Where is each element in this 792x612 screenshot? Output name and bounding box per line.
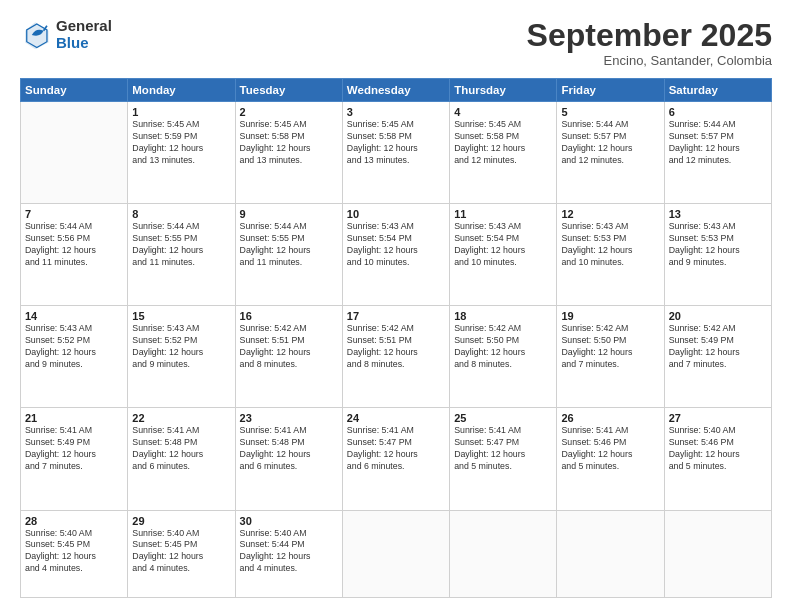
day-number: 9: [240, 208, 338, 220]
table-row: 17Sunrise: 5:42 AMSunset: 5:51 PMDayligh…: [342, 306, 449, 408]
day-number: 25: [454, 412, 552, 424]
col-saturday: Saturday: [664, 79, 771, 102]
day-content: Sunrise: 5:40 AMSunset: 5:45 PMDaylight:…: [132, 528, 230, 576]
day-number: 29: [132, 515, 230, 527]
table-row: 15Sunrise: 5:43 AMSunset: 5:52 PMDayligh…: [128, 306, 235, 408]
day-number: 3: [347, 106, 445, 118]
header: General Blue September 2025 Encino, Sant…: [20, 18, 772, 68]
month-title: September 2025: [527, 18, 772, 53]
calendar-week-row-5: 28Sunrise: 5:40 AMSunset: 5:45 PMDayligh…: [21, 510, 772, 597]
day-content: Sunrise: 5:43 AMSunset: 5:54 PMDaylight:…: [454, 221, 552, 269]
table-row: 3Sunrise: 5:45 AMSunset: 5:58 PMDaylight…: [342, 102, 449, 204]
calendar-week-row-2: 7Sunrise: 5:44 AMSunset: 5:56 PMDaylight…: [21, 204, 772, 306]
table-row: [342, 510, 449, 597]
col-friday: Friday: [557, 79, 664, 102]
table-row: 18Sunrise: 5:42 AMSunset: 5:50 PMDayligh…: [450, 306, 557, 408]
day-content: Sunrise: 5:41 AMSunset: 5:48 PMDaylight:…: [240, 425, 338, 473]
day-number: 6: [669, 106, 767, 118]
day-number: 20: [669, 310, 767, 322]
table-row: 11Sunrise: 5:43 AMSunset: 5:54 PMDayligh…: [450, 204, 557, 306]
day-content: Sunrise: 5:40 AMSunset: 5:45 PMDaylight:…: [25, 528, 123, 576]
table-row: 29Sunrise: 5:40 AMSunset: 5:45 PMDayligh…: [128, 510, 235, 597]
day-number: 10: [347, 208, 445, 220]
title-block: September 2025 Encino, Santander, Colomb…: [527, 18, 772, 68]
day-number: 18: [454, 310, 552, 322]
svg-marker-0: [25, 22, 49, 49]
table-row: 8Sunrise: 5:44 AMSunset: 5:55 PMDaylight…: [128, 204, 235, 306]
col-sunday: Sunday: [21, 79, 128, 102]
day-content: Sunrise: 5:41 AMSunset: 5:48 PMDaylight:…: [132, 425, 230, 473]
table-row: [557, 510, 664, 597]
table-row: 7Sunrise: 5:44 AMSunset: 5:56 PMDaylight…: [21, 204, 128, 306]
day-content: Sunrise: 5:44 AMSunset: 5:57 PMDaylight:…: [561, 119, 659, 167]
day-number: 8: [132, 208, 230, 220]
day-number: 21: [25, 412, 123, 424]
day-number: 22: [132, 412, 230, 424]
day-number: 5: [561, 106, 659, 118]
day-content: Sunrise: 5:43 AMSunset: 5:53 PMDaylight:…: [561, 221, 659, 269]
day-content: Sunrise: 5:44 AMSunset: 5:57 PMDaylight:…: [669, 119, 767, 167]
day-number: 26: [561, 412, 659, 424]
day-number: 16: [240, 310, 338, 322]
day-number: 17: [347, 310, 445, 322]
logo-icon: [20, 19, 52, 51]
table-row: 13Sunrise: 5:43 AMSunset: 5:53 PMDayligh…: [664, 204, 771, 306]
day-number: 13: [669, 208, 767, 220]
table-row: 23Sunrise: 5:41 AMSunset: 5:48 PMDayligh…: [235, 408, 342, 510]
day-number: 19: [561, 310, 659, 322]
location-subtitle: Encino, Santander, Colombia: [527, 53, 772, 68]
day-number: 12: [561, 208, 659, 220]
day-number: 28: [25, 515, 123, 527]
day-content: Sunrise: 5:43 AMSunset: 5:53 PMDaylight:…: [669, 221, 767, 269]
table-row: 2Sunrise: 5:45 AMSunset: 5:58 PMDaylight…: [235, 102, 342, 204]
table-row: 1Sunrise: 5:45 AMSunset: 5:59 PMDaylight…: [128, 102, 235, 204]
day-number: 1: [132, 106, 230, 118]
logo-blue-text: Blue: [56, 35, 112, 52]
table-row: 22Sunrise: 5:41 AMSunset: 5:48 PMDayligh…: [128, 408, 235, 510]
table-row: [664, 510, 771, 597]
table-row: 24Sunrise: 5:41 AMSunset: 5:47 PMDayligh…: [342, 408, 449, 510]
day-content: Sunrise: 5:45 AMSunset: 5:58 PMDaylight:…: [454, 119, 552, 167]
table-row: 12Sunrise: 5:43 AMSunset: 5:53 PMDayligh…: [557, 204, 664, 306]
day-content: Sunrise: 5:40 AMSunset: 5:46 PMDaylight:…: [669, 425, 767, 473]
day-content: Sunrise: 5:43 AMSunset: 5:52 PMDaylight:…: [25, 323, 123, 371]
table-row: 25Sunrise: 5:41 AMSunset: 5:47 PMDayligh…: [450, 408, 557, 510]
day-number: 24: [347, 412, 445, 424]
day-content: Sunrise: 5:45 AMSunset: 5:59 PMDaylight:…: [132, 119, 230, 167]
calendar-week-row-3: 14Sunrise: 5:43 AMSunset: 5:52 PMDayligh…: [21, 306, 772, 408]
table-row: 28Sunrise: 5:40 AMSunset: 5:45 PMDayligh…: [21, 510, 128, 597]
table-row: [21, 102, 128, 204]
table-row: 27Sunrise: 5:40 AMSunset: 5:46 PMDayligh…: [664, 408, 771, 510]
table-row: 30Sunrise: 5:40 AMSunset: 5:44 PMDayligh…: [235, 510, 342, 597]
day-content: Sunrise: 5:44 AMSunset: 5:55 PMDaylight:…: [132, 221, 230, 269]
logo-general-text: General: [56, 18, 112, 35]
calendar-header-row: Sunday Monday Tuesday Wednesday Thursday…: [21, 79, 772, 102]
day-number: 4: [454, 106, 552, 118]
table-row: 20Sunrise: 5:42 AMSunset: 5:49 PMDayligh…: [664, 306, 771, 408]
day-content: Sunrise: 5:41 AMSunset: 5:47 PMDaylight:…: [347, 425, 445, 473]
table-row: 5Sunrise: 5:44 AMSunset: 5:57 PMDaylight…: [557, 102, 664, 204]
day-content: Sunrise: 5:43 AMSunset: 5:52 PMDaylight:…: [132, 323, 230, 371]
day-content: Sunrise: 5:43 AMSunset: 5:54 PMDaylight:…: [347, 221, 445, 269]
table-row: 14Sunrise: 5:43 AMSunset: 5:52 PMDayligh…: [21, 306, 128, 408]
day-number: 11: [454, 208, 552, 220]
calendar-week-row-1: 1Sunrise: 5:45 AMSunset: 5:59 PMDaylight…: [21, 102, 772, 204]
table-row: 26Sunrise: 5:41 AMSunset: 5:46 PMDayligh…: [557, 408, 664, 510]
col-monday: Monday: [128, 79, 235, 102]
col-tuesday: Tuesday: [235, 79, 342, 102]
day-content: Sunrise: 5:45 AMSunset: 5:58 PMDaylight:…: [347, 119, 445, 167]
day-content: Sunrise: 5:44 AMSunset: 5:55 PMDaylight:…: [240, 221, 338, 269]
day-content: Sunrise: 5:42 AMSunset: 5:50 PMDaylight:…: [561, 323, 659, 371]
day-content: Sunrise: 5:45 AMSunset: 5:58 PMDaylight:…: [240, 119, 338, 167]
day-content: Sunrise: 5:40 AMSunset: 5:44 PMDaylight:…: [240, 528, 338, 576]
day-content: Sunrise: 5:42 AMSunset: 5:51 PMDaylight:…: [347, 323, 445, 371]
day-content: Sunrise: 5:42 AMSunset: 5:50 PMDaylight:…: [454, 323, 552, 371]
day-content: Sunrise: 5:44 AMSunset: 5:56 PMDaylight:…: [25, 221, 123, 269]
day-number: 23: [240, 412, 338, 424]
day-content: Sunrise: 5:42 AMSunset: 5:51 PMDaylight:…: [240, 323, 338, 371]
day-number: 14: [25, 310, 123, 322]
day-content: Sunrise: 5:41 AMSunset: 5:49 PMDaylight:…: [25, 425, 123, 473]
logo: General Blue: [20, 18, 112, 51]
table-row: 10Sunrise: 5:43 AMSunset: 5:54 PMDayligh…: [342, 204, 449, 306]
col-thursday: Thursday: [450, 79, 557, 102]
